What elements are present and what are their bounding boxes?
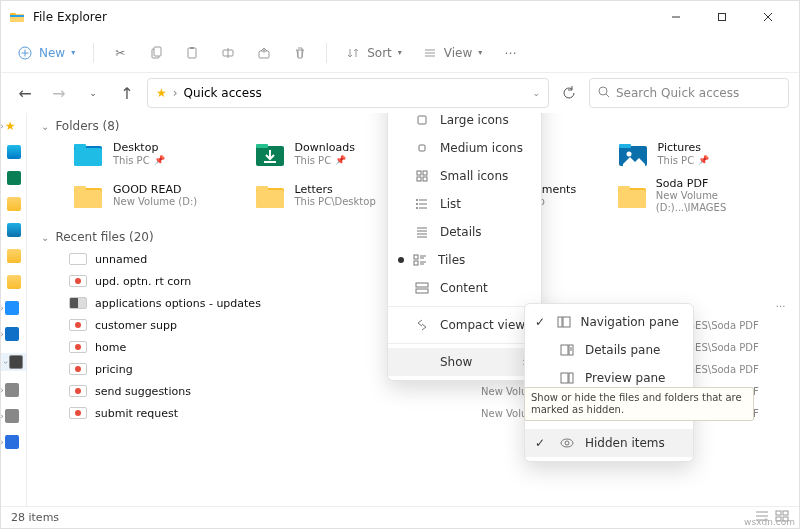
svg-rect-64 (563, 317, 570, 327)
folder-item[interactable]: Soda PDF New Volume (D:)...\IMAGES (614, 175, 788, 216)
chevron-down-icon[interactable]: ⌄ (532, 88, 540, 98)
paste-button[interactable] (178, 41, 206, 65)
share-button[interactable] (250, 41, 278, 65)
file-icon (69, 253, 87, 265)
cut-button[interactable]: ✂ (106, 41, 134, 65)
content-pane: ⌄ Folders (8) Desktop This PC 📌 Download… (27, 113, 799, 506)
this-pc-icon[interactable] (9, 355, 23, 369)
eye-icon (559, 435, 575, 451)
svg-point-28 (626, 152, 631, 157)
close-button[interactable] (745, 1, 791, 33)
delete-button[interactable] (286, 41, 314, 65)
svg-rect-70 (569, 373, 573, 383)
new-icon (17, 45, 33, 61)
file-icon (69, 275, 87, 287)
svg-rect-44 (423, 177, 427, 181)
minimize-button[interactable] (653, 1, 699, 33)
folder-item[interactable]: GOOD READ New Volume (D:) (69, 175, 243, 216)
file-explorer-window: File Explorer New ▾ ✂ Sort ▾ View ▾ (0, 0, 800, 529)
compact-view-option[interactable]: Compact view (388, 311, 541, 339)
file-icon (69, 341, 87, 353)
pin-icon: 📌 (698, 155, 709, 166)
svg-rect-31 (74, 190, 102, 208)
chevron-down-icon: ▾ (398, 48, 402, 57)
refresh-button[interactable] (555, 79, 583, 107)
show-option[interactable]: ✓Navigation pane (525, 308, 693, 336)
view-option-content[interactable]: Content (388, 274, 541, 302)
share-icon (256, 45, 272, 61)
onedrive-icon[interactable] (5, 327, 19, 341)
maximize-button[interactable] (699, 1, 745, 33)
view-option-lg[interactable]: Large icons (388, 113, 541, 134)
search-input[interactable]: Search Quick access (589, 78, 789, 108)
list-icon (414, 196, 430, 212)
svg-rect-42 (423, 171, 427, 175)
sidebar-item[interactable] (7, 197, 21, 211)
file-icon (69, 363, 87, 375)
sidebar-item[interactable] (7, 249, 21, 263)
view-button[interactable]: View ▾ (416, 41, 489, 65)
show-submenu: ✓Navigation paneDetails panePreview pane… (524, 303, 694, 462)
view-option-sm[interactable]: Small icons (388, 162, 541, 190)
copy-icon (148, 45, 164, 61)
file-explorer-icon (9, 9, 25, 25)
view-option-md[interactable]: Medium icons (388, 134, 541, 162)
details-icon (414, 224, 430, 240)
sort-button[interactable]: Sort ▾ (339, 41, 408, 65)
svg-rect-33 (256, 186, 268, 190)
pane-icon (557, 314, 571, 330)
show-submenu-trigger[interactable]: Show› (388, 348, 541, 376)
sidebar-item[interactable] (7, 275, 21, 289)
view-option-details[interactable]: Details (388, 218, 541, 246)
folder-name: Desktop (113, 141, 165, 154)
folder-item[interactable]: Desktop This PC 📌 (69, 137, 243, 171)
recent-locations-button[interactable]: ⌄ (79, 79, 107, 107)
svg-rect-63 (558, 317, 562, 327)
svg-rect-0 (10, 15, 24, 17)
pin-icon: 📌 (154, 155, 165, 166)
compact-icon (414, 317, 430, 333)
svg-point-18 (599, 87, 607, 95)
new-button[interactable]: New ▾ (11, 41, 81, 65)
watermark: wsxdn.com (744, 517, 795, 527)
folder-icon (616, 181, 648, 211)
pane-icon (559, 342, 575, 358)
svg-line-19 (606, 94, 609, 97)
view-option-tiles[interactable]: Tiles (388, 246, 541, 274)
more-button[interactable]: ⋯ (496, 41, 524, 65)
forward-button[interactable]: → (45, 79, 73, 107)
svg-rect-10 (188, 48, 196, 58)
file-icon (69, 319, 87, 331)
svg-rect-22 (74, 148, 102, 166)
sidebar-item[interactable] (7, 223, 21, 237)
up-button[interactable]: ↑ (113, 79, 141, 107)
folder-icon (616, 139, 650, 169)
show-option[interactable]: Details pane (525, 336, 693, 364)
dropbox-icon[interactable] (5, 301, 19, 315)
hidden-items-option[interactable]: ✓Hidden items (525, 429, 693, 457)
svg-rect-55 (414, 255, 418, 259)
folder-name: Pictures (658, 141, 710, 154)
folder-name: Downloads (295, 141, 355, 154)
svg-rect-43 (417, 177, 421, 181)
paste-icon (184, 45, 200, 61)
bullet-icon (398, 257, 404, 263)
svg-rect-27 (619, 144, 631, 148)
rename-button[interactable] (214, 41, 242, 65)
svg-rect-62 (416, 289, 428, 293)
sidebar-item[interactable] (7, 145, 21, 159)
sidebar-item[interactable] (7, 171, 21, 185)
folder-item[interactable]: Pictures This PC 📌 (614, 137, 788, 171)
drive-icon[interactable] (5, 409, 19, 423)
network-icon[interactable] (5, 435, 19, 449)
drive-icon[interactable] (5, 383, 19, 397)
sort-icon (345, 45, 361, 61)
svg-rect-9 (154, 47, 161, 56)
address-bar[interactable]: ★ › Quick access ⌄ (147, 78, 549, 108)
back-button[interactable]: ← (11, 79, 39, 107)
view-option-list[interactable]: List (388, 190, 541, 218)
tree-sidebar-collapsed[interactable]: ›★ › › › › › › (1, 113, 27, 506)
file-icon (69, 407, 87, 419)
check-icon: ✓ (535, 436, 549, 450)
copy-button[interactable] (142, 41, 170, 65)
